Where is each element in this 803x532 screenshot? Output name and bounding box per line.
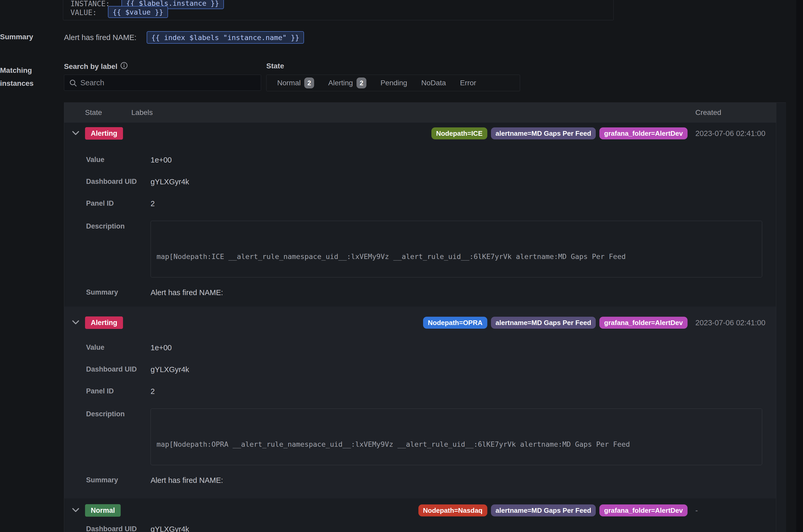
label-badge-grafana-folder: grafana_folder=AlertDev	[599, 317, 688, 329]
label-badge-alertname: alertname=MD Gaps Per Feed	[491, 317, 596, 329]
instance-row-header: Alerting Nodepath=OPRA alertname=MD Gaps…	[64, 307, 776, 339]
instances-table: State Labels Created Alerting Nodepath=I…	[64, 102, 786, 532]
search-icon	[69, 79, 77, 88]
detail-dashboard-uid-row: Dashboard UID gYLXGyr4k	[86, 365, 760, 374]
table-header-row: State Labels Created	[64, 103, 776, 122]
table-row: Alerting Nodepath=ICE alertname=MD Gaps …	[64, 122, 776, 307]
state-filter-label: State	[266, 62, 284, 70]
state-filter-nodata[interactable]: NoData	[414, 75, 453, 91]
instance-row-header: Alerting Nodepath=ICE alertname=MD Gaps …	[64, 122, 776, 144]
state-filter-alerting-label: Alerting	[328, 79, 353, 87]
panel-id-text: 2	[151, 200, 155, 208]
description-line: map[Nodepath:ICE __alert_rule_namespace_…	[156, 250, 756, 263]
instance-template-label: INSTANCE:	[71, 0, 110, 8]
state-filter-normal-label: Normal	[277, 79, 301, 87]
chevron-down-icon[interactable]	[71, 507, 81, 514]
label-badge-nodepath: Nodepath=Nasdaq	[418, 505, 487, 516]
instance-row-header: Normal Nodepath=Nasdaq alertname=MD Gaps…	[64, 498, 776, 522]
state-filter-error-label: Error	[460, 79, 476, 87]
label-badge-grafana-folder: grafana_folder=AlertDev	[599, 505, 688, 516]
summary-template-chip: {{ index $labels "instance.name" }}	[147, 31, 304, 44]
label-badges: Nodepath=Nasdaq alertname=MD Gaps Per Fe…	[131, 505, 695, 516]
summary-label: Summary	[86, 288, 151, 297]
search-field	[64, 75, 261, 91]
dashboard-uid-text: gYLXGyr4k	[151, 365, 189, 374]
dashboard-uid-label: Dashboard UID	[86, 177, 151, 186]
description-box: map[Nodepath:ICE __alert_rule_namespace_…	[151, 221, 762, 278]
detail-value-row: Value 1e+00	[86, 156, 760, 164]
state-filter-pending[interactable]: Pending	[374, 75, 414, 91]
value-template-label: VALUE:	[71, 8, 97, 17]
created-timestamp: 2023-07-06 02:41:00	[695, 129, 776, 138]
panel-id-text: 2	[151, 387, 155, 396]
label-badges: Nodepath=OPRA alertname=MD Gaps Per Feed…	[131, 317, 695, 329]
label-badge-alertname: alertname=MD Gaps Per Feed	[491, 128, 596, 139]
dashboard-uid-text: gYLXGyr4k	[151, 177, 189, 186]
detail-dashboard-uid-row: Dashboard UID gYLXGyr4k	[86, 525, 760, 532]
summary-label: Summary	[86, 476, 151, 484]
description-label: Description	[86, 222, 151, 230]
detail-summary-row: Summary Alert has fired NAME:	[86, 476, 760, 485]
info-icon[interactable]	[120, 62, 128, 71]
summary-field-label: Summary	[0, 33, 34, 41]
dashboard-uid-label: Dashboard UID	[86, 365, 151, 374]
table-gutter	[776, 103, 786, 532]
value-template-chip: {{ $value }}	[108, 6, 168, 18]
value-text: 1e+00	[151, 343, 172, 352]
state-filter-normal-count: 2	[304, 77, 314, 89]
search-by-label-text: Search by label	[64, 62, 117, 71]
matching-instances-label: Matching instances	[0, 64, 36, 90]
column-header-created: Created	[695, 109, 776, 117]
detail-panel-id-row: Panel ID 2	[86, 200, 760, 208]
window-edge	[796, 0, 803, 532]
detail-panel-id-row: Panel ID 2	[86, 387, 760, 396]
summary-text: Alert has fired NAME:	[151, 288, 223, 297]
state-filter-normal[interactable]: Normal 2	[270, 75, 321, 91]
detail-summary-row: Summary Alert has fired NAME:	[86, 288, 760, 297]
value-label: Value	[86, 343, 151, 352]
label-badge-alertname: alertname=MD Gaps Per Feed	[491, 505, 596, 516]
detail-dashboard-uid-row: Dashboard UID gYLXGyr4k	[86, 177, 760, 186]
table-row: Normal Nodepath=Nasdaq alertname=MD Gaps…	[64, 498, 776, 532]
state-badge: Alerting	[85, 317, 123, 329]
column-header-labels: Labels	[131, 109, 695, 117]
chevron-down-icon[interactable]	[71, 319, 81, 327]
search-by-label-heading: Search by label	[64, 62, 128, 71]
value-label: Value	[86, 156, 151, 164]
dashboard-uid-text: gYLXGyr4k	[151, 525, 189, 532]
search-input[interactable]	[64, 75, 261, 91]
summary-text: Alert has fired NAME:	[151, 476, 223, 485]
label-badges: Nodepath=ICE alertname=MD Gaps Per Feed …	[131, 128, 695, 139]
created-timestamp: 2023-07-06 02:41:00	[695, 319, 776, 327]
state-filter-error[interactable]: Error	[453, 75, 483, 91]
alert-rule-details-page: INSTANCE: {{ $labels.instance }} VALUE: …	[0, 0, 803, 532]
state-filter-alerting-count: 2	[357, 77, 366, 89]
state-filter-nodata-label: NoData	[421, 79, 446, 87]
state-filter-alerting[interactable]: Alerting 2	[321, 75, 374, 91]
column-header-state: State	[85, 109, 131, 117]
panel-id-label: Panel ID	[86, 387, 151, 395]
value-text: 1e+00	[151, 156, 172, 164]
state-badge: Alerting	[85, 127, 123, 140]
description-box: map[Nodepath:OPRA __alert_rule_namespace…	[151, 408, 762, 465]
dashboard-uid-label: Dashboard UID	[86, 525, 151, 532]
table-row: Alerting Nodepath=OPRA alertname=MD Gaps…	[64, 307, 776, 498]
state-filter-heading: State	[266, 62, 284, 70]
description-line: map[Nodepath:OPRA __alert_rule_namespace…	[156, 438, 756, 451]
label-badge-nodepath: Nodepath=ICE	[432, 128, 487, 139]
label-badge-nodepath: Nodepath=OPRA	[423, 317, 487, 329]
label-badge-grafana-folder: grafana_folder=AlertDev	[599, 128, 688, 139]
state-filter-group: Normal 2 Alerting 2 Pending NoData Error	[266, 75, 520, 91]
created-timestamp: -	[695, 506, 776, 515]
panel-id-label: Panel ID	[86, 200, 151, 208]
summary-field-text: Alert has fired NAME:	[64, 33, 136, 42]
state-filter-pending-label: Pending	[380, 79, 407, 87]
chevron-down-icon[interactable]	[71, 130, 81, 137]
state-badge: Normal	[85, 504, 121, 517]
template-preview-box: INSTANCE: {{ $labels.instance }} VALUE: …	[63, 0, 614, 20]
detail-value-row: Value 1e+00	[86, 343, 760, 352]
description-label: Description	[86, 410, 151, 418]
